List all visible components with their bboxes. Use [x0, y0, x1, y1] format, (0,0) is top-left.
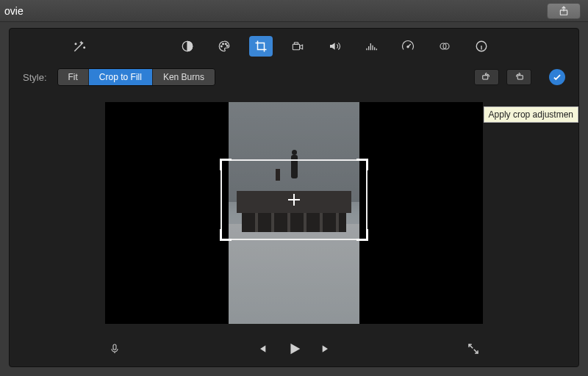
video-viewer[interactable] — [105, 102, 483, 324]
play-button[interactable] — [284, 339, 304, 358]
svg-point-6 — [225, 43, 226, 45]
contrast-icon — [181, 40, 194, 53]
apply-crop-tooltip: Apply crop adjustmen — [484, 106, 578, 123]
crop-panel: Style: Fit Crop to Fill Ken Burns Apply … — [9, 28, 579, 367]
volume-button[interactable] — [323, 36, 346, 57]
adjustments-toolstrip — [10, 29, 578, 64]
share-button[interactable] — [547, 3, 581, 19]
rotate-cw-button[interactable] — [506, 69, 531, 85]
info-icon — [475, 40, 488, 53]
svg-point-10 — [407, 46, 409, 48]
voiceover-button[interactable] — [105, 339, 124, 358]
play-icon — [286, 341, 302, 357]
next-icon — [320, 343, 332, 355]
svg-point-2 — [84, 47, 85, 48]
info-button[interactable] — [470, 36, 493, 57]
svg-point-7 — [226, 45, 228, 46]
prev-frame-button[interactable] — [252, 339, 271, 358]
clip-filter-button[interactable] — [433, 36, 456, 57]
apply-crop-button[interactable] — [549, 69, 565, 85]
rotate-cw-icon — [512, 72, 526, 82]
window-title: ovie — [4, 5, 24, 17]
crop-center-cross — [288, 194, 300, 206]
svg-rect-14 — [483, 76, 488, 79]
speed-button[interactable] — [396, 36, 420, 57]
fullscreen-button[interactable] — [464, 339, 483, 358]
color-correction-button[interactable] — [212, 36, 236, 57]
stabilization-button[interactable] — [286, 36, 309, 57]
palette-icon — [217, 40, 232, 53]
svg-point-5 — [223, 43, 224, 45]
rotate-ccw-button[interactable] — [474, 69, 499, 85]
crop-handle-tl[interactable] — [220, 159, 232, 170]
svg-point-4 — [220, 46, 222, 47]
transport-bar — [10, 331, 578, 366]
volume-icon — [327, 40, 342, 52]
color-balance-button[interactable] — [176, 36, 199, 57]
equalizer-icon — [364, 40, 379, 52]
auto-enhance-button[interactable] — [68, 36, 91, 57]
check-icon — [552, 72, 562, 82]
crop-button[interactable] — [249, 36, 273, 57]
crop-style-row: Style: Fit Crop to Fill Ken Burns — [10, 64, 578, 90]
mic-icon — [109, 341, 121, 356]
svg-rect-16 — [113, 344, 116, 350]
style-option-fit[interactable]: Fit — [58, 69, 88, 85]
overlap-circles-icon — [437, 40, 453, 52]
svg-rect-15 — [517, 76, 523, 79]
style-option-ken-burns[interactable]: Ken Burns — [152, 69, 215, 85]
style-option-crop-to-fill[interactable]: Crop to Fill — [88, 69, 152, 85]
speed-icon — [401, 40, 415, 53]
prev-icon — [256, 343, 268, 355]
rotate-ccw-icon — [480, 72, 493, 82]
camera-icon — [290, 40, 305, 52]
fullscreen-icon — [467, 342, 480, 355]
style-segmented-control: Fit Crop to Fill Ken Burns — [57, 68, 215, 86]
wand-icon — [72, 39, 87, 54]
crop-rectangle[interactable] — [220, 159, 368, 240]
crop-handle-br[interactable] — [356, 229, 368, 241]
style-label: Style: — [23, 72, 47, 83]
svg-point-1 — [75, 43, 76, 45]
share-icon — [559, 6, 569, 16]
svg-rect-8 — [293, 44, 299, 49]
noise-reduction-button[interactable] — [359, 36, 383, 57]
crop-icon — [254, 40, 268, 53]
window-titlebar: ovie — [0, 0, 588, 22]
svg-rect-9 — [294, 43, 298, 45]
next-frame-button[interactable] — [317, 339, 336, 358]
crop-handle-bl[interactable] — [220, 229, 232, 241]
crop-handle-tr[interactable] — [356, 159, 368, 170]
